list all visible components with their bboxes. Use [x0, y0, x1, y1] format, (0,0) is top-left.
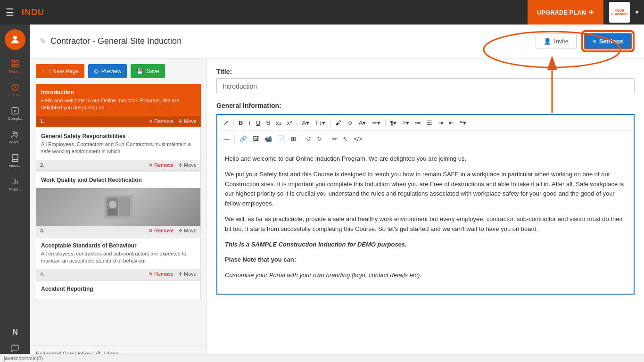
font-color-button[interactable]: A▾ — [299, 118, 312, 128]
sidebar-item-people[interactable]: Peopl... — [0, 126, 30, 148]
sidebar: Dash... Site In... Compl... Peopl... Ind… — [0, 25, 30, 362]
page-4-move[interactable]: ✛ Move — [178, 271, 197, 277]
page-2-preview: All Employees, Contractors and Sub-Contr… — [41, 141, 196, 156]
company-logo: YOUR COMPANY — [609, 2, 630, 23]
page-3-remove[interactable]: ✕ Remove — [149, 228, 173, 234]
sidebar-item-inductions-label: Induc... — [9, 164, 21, 168]
outdent-button[interactable]: ⇤ — [446, 118, 456, 128]
subscript-button[interactable]: x₂ — [273, 118, 284, 128]
plus-icon: + — [41, 68, 45, 74]
page-5-title: Accident Reporting — [41, 286, 196, 292]
page-4-title: Acceptable Standards of Behaviour — [41, 242, 196, 249]
save-button[interactable]: 💾 Save — [131, 64, 165, 78]
quote-button[interactable]: ❝▾ — [457, 118, 469, 128]
page-3-num: 3. — [40, 228, 44, 233]
page-item-1[interactable]: Introduction Hello and welcome to our On… — [36, 84, 201, 127]
video-button[interactable]: 📹 — [262, 134, 274, 144]
page-item-5[interactable]: Accident Reporting — [36, 280, 201, 299]
superscript-button[interactable]: x² — [285, 118, 295, 128]
page-4-remove[interactable]: ✕ Remove — [149, 271, 173, 277]
table-button[interactable]: ⊞ — [289, 134, 298, 144]
svg-rect-3 — [12, 65, 14, 67]
page-item-3[interactable]: Work Quality and Defect Rectification — [36, 172, 201, 236]
title-input[interactable] — [216, 78, 635, 94]
upgrade-plan-button[interactable]: UPGRADE PLAN ✈ — [528, 0, 603, 25]
font-size-button[interactable]: T↕▾ — [313, 118, 327, 128]
svg-rect-2 — [16, 60, 18, 63]
company-dropdown-icon[interactable]: ▾ — [636, 9, 638, 16]
brand-logo: INDU — [22, 8, 44, 17]
undo-button[interactable]: ↺ — [304, 134, 314, 144]
align-button[interactable]: ≡▾ — [400, 118, 412, 128]
page-4-preview: All employees, contractors and sub-contr… — [41, 250, 196, 265]
invite-button[interactable]: 👤 Invite — [536, 33, 577, 49]
invite-person-icon: 👤 — [544, 38, 551, 45]
settings-highlight: ≡ Settings — [581, 30, 635, 52]
sidebar-item-reports[interactable]: Repo... — [0, 173, 30, 195]
fullscreen-icon[interactable]: ⤢ — [221, 118, 231, 128]
eye-icon: ◎ — [94, 68, 99, 74]
code-button[interactable]: </> — [351, 134, 365, 144]
minus-button[interactable]: — — [221, 134, 232, 144]
sidebar-item-dashboard[interactable]: Dash... — [0, 56, 30, 77]
sidebar-item-dashboard-label: Dash... — [9, 69, 21, 74]
image-button[interactable]: 🖼 — [250, 134, 261, 144]
title-section: Title: — [216, 68, 635, 94]
hamburger-icon[interactable]: ☰ — [6, 7, 14, 18]
editor-toolbar-row2: — 🔗 🖼 📹 📄 ⊞ ↺ ↻ ✏ ↖ </> — [216, 131, 635, 147]
page-3-move[interactable]: ✛ Move — [178, 228, 197, 234]
sidebar-item-new[interactable]: N — [9, 324, 21, 340]
unordered-list-button[interactable]: ☰ — [424, 118, 435, 128]
page-2-remove[interactable]: ✕ Remove — [149, 162, 173, 168]
underline-button[interactable]: U — [254, 118, 263, 128]
general-info-label: General Information: — [216, 102, 635, 109]
page-item-2[interactable]: General Safety Responsibilities All Empl… — [36, 128, 201, 171]
editor-paragraph-7: Customise your Portal with your own bran… — [225, 271, 626, 280]
link-button[interactable]: 🔗 — [237, 134, 249, 144]
editor-paragraph-2: We put your Safety first and this Course… — [225, 170, 626, 209]
settings-list-icon: ≡ — [593, 38, 596, 45]
sidebar-item-inductions[interactable]: Induc... — [0, 150, 30, 172]
editor-body[interactable]: Hello and welcome to our Online Inductio… — [216, 147, 635, 295]
strikethrough-button[interactable]: S — [264, 118, 272, 128]
title-label: Title: — [216, 68, 635, 75]
emoji-button[interactable]: ☺ — [345, 118, 355, 128]
settings-button[interactable]: ≡ Settings — [584, 33, 632, 49]
sidebar-item-site-label: Site In... — [8, 93, 22, 97]
page-2-move[interactable]: ✛ Move — [178, 162, 197, 168]
page-1-move[interactable]: ✛ Move — [178, 118, 197, 124]
eraser-button[interactable]: ✏▾ — [370, 118, 383, 128]
sidebar-item-site-induction[interactable]: Site In... — [0, 79, 30, 101]
ordered-list-button[interactable]: ≔ — [413, 118, 423, 128]
page-3-image — [36, 188, 200, 226]
italic-button[interactable]: I — [246, 118, 253, 128]
redo-button[interactable]: ↻ — [314, 134, 324, 144]
new-page-button[interactable]: + + New Page — [36, 64, 84, 78]
page-header: ✎ Contractor - General Site Induction 👤 … — [30, 25, 644, 58]
send-icon: ✈ — [589, 9, 594, 16]
preview-button[interactable]: ◎ Preview — [88, 64, 127, 78]
svg-point-15 — [109, 201, 116, 208]
bold-button[interactable]: B — [236, 118, 245, 128]
file-button[interactable]: 📄 — [275, 134, 288, 144]
save-icon: 💾 — [136, 68, 143, 74]
svg-rect-4 — [16, 65, 18, 67]
sidebar-item-people-label: Peopl... — [8, 140, 21, 144]
editor-paragraph-1: Hello and welcome to our Online Inductio… — [225, 154, 626, 164]
page-1-remove[interactable]: ✕ Remove — [149, 118, 173, 124]
highlight-button[interactable]: 🖌 — [333, 118, 344, 128]
right-panel: Title: General Information: ⤢ B I U S x₂… — [207, 58, 644, 362]
top-navbar: ☰ INDU UPGRADE PLAN ✈ YOUR COMPANY ▾ — [0, 0, 644, 25]
pages-list: Introduction Hello and welcome to our On… — [30, 84, 206, 346]
page-item-4[interactable]: Acceptable Standards of Behaviour All em… — [36, 237, 201, 280]
indent-button[interactable]: ⇥ — [436, 118, 446, 128]
editor-paragraph-3: We will, as far as practicable, provide … — [225, 214, 626, 234]
cursor-button[interactable]: ↖ — [340, 134, 350, 144]
pen-button[interactable]: ✏ — [330, 134, 339, 144]
text-color-button[interactable]: A▾ — [356, 118, 369, 128]
sidebar-item-compliance[interactable]: Compl... — [0, 103, 30, 124]
paragraph-button[interactable]: ¶▾ — [388, 118, 399, 128]
left-toolbar: + + New Page ◎ Preview 💾 Save — [30, 58, 206, 84]
page-1-preview: Hello and welcome to our Online Inductio… — [41, 97, 196, 112]
page-title: Contractor - General Site Induction — [50, 36, 182, 46]
